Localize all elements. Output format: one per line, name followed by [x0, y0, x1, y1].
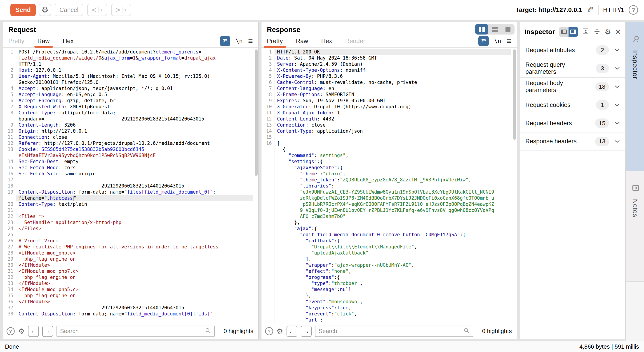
tab-hex[interactable]: Hex [63, 35, 74, 47]
code-line: 30</IfModule> [3, 262, 253, 268]
inspector-section-response-headers[interactable]: Response headers13 [520, 132, 625, 151]
search-next-button[interactable]: → [301, 326, 312, 337]
search-settings-icon[interactable]: ⚙ [276, 327, 283, 336]
code-line: "ajax":{ [262, 226, 511, 232]
send-settings-button[interactable]: ⚙ [39, 4, 51, 16]
close-icon[interactable]: × [615, 27, 621, 36]
status-text: Done [5, 343, 19, 350]
show-newlines-button[interactable]: \n [236, 38, 243, 44]
line-number [262, 177, 274, 183]
inspector-section-request-cookies[interactable]: Request cookies1 [520, 96, 625, 114]
layout-single-button[interactable] [502, 24, 514, 34]
response-scrollbar[interactable] [512, 49, 516, 323]
editor-menu-icon[interactable]: ≡ [506, 36, 511, 46]
search-next-button[interactable]: → [42, 326, 53, 337]
search-help-icon[interactable]: ? [6, 327, 15, 335]
tab-pretty[interactable]: Pretty [267, 35, 283, 47]
send-button[interactable]: Send [10, 4, 36, 16]
back-history-button[interactable]: < ▾ [87, 4, 107, 16]
line-number: 14 [262, 128, 274, 134]
code-line: 26# Vroum! Vroum! [3, 238, 253, 244]
line-number: 15 [3, 165, 16, 171]
line-number [262, 201, 274, 207]
help-icon[interactable]: ? [629, 5, 638, 15]
forward-history-button[interactable]: > ▾ [111, 4, 131, 16]
code-line: 9Expires: Sun, 19 Nov 1978 05:00:00 GMT [262, 98, 511, 104]
code-line: 10Origin: http://127.0.0.1 [3, 128, 253, 134]
response-viewer[interactable]: 1HTTP/1.1 200 OK2Date: Sat, 04 May 2024 … [262, 49, 511, 323]
inspector-section-request-headers[interactable]: Request headers15 [520, 114, 625, 132]
chevron-down-icon[interactable] [614, 85, 620, 88]
code-line: 8Content-Type: multipart/form-data; [3, 110, 253, 116]
code-line: "wrapper":"ajax-wrapper--nUGbUMnY-AQ", [262, 262, 511, 268]
sidebar-tab-inspector[interactable]: Inspector [626, 22, 644, 171]
tab-hex[interactable]: Hex [321, 35, 332, 47]
code-line: "progress":{ [262, 274, 511, 280]
code-line: 9_VQqLf0-JjUEwn8U1ov0EY_rZPBLJ1Yc7KLFsfq… [262, 207, 511, 213]
code-line: "keypress":true, [262, 305, 511, 311]
search-help-icon[interactable]: ? [265, 327, 273, 335]
search-prev-button[interactable]: ← [28, 326, 39, 337]
response-search-input[interactable] [318, 328, 464, 335]
line-number: 13 [3, 147, 16, 153]
notes-tab-icon [631, 184, 640, 192]
response-panel: Response PrettyRawHexRender \n ≡ 1HTTP/1… [261, 22, 517, 339]
line-number [262, 305, 274, 311]
section-label: Request body parameters [525, 80, 595, 94]
code-line: Gecko/20100101 Firefox/125.0 [3, 79, 253, 86]
expand-all-icon[interactable] [582, 28, 589, 36]
chevron-down-icon[interactable] [614, 67, 620, 70]
scrollbar-thumb[interactable] [513, 49, 516, 140]
code-line: 38Content-Disposition: form-data; name="… [3, 311, 253, 317]
line-number [262, 195, 274, 201]
search-prev-button[interactable]: ← [286, 326, 297, 337]
dock-right-button[interactable] [568, 27, 578, 37]
chevron-down-icon[interactable] [614, 140, 620, 143]
code-line: 11Connection: close [3, 134, 253, 140]
dock-left-button[interactable] [559, 27, 568, 37]
http-version-label[interactable]: HTTP/1 [603, 6, 624, 13]
layout-columns-button[interactable] [475, 24, 488, 34]
code-line: 17 [3, 177, 253, 183]
request-search-input[interactable] [60, 328, 205, 335]
word-wrap-icon [222, 37, 228, 45]
tab-raw[interactable]: Raw [38, 35, 50, 47]
section-count-badge: 2 [596, 45, 609, 55]
code-line: 20Content-Type: text/plain [3, 201, 253, 207]
line-number: 8 [262, 92, 274, 98]
cancel-button[interactable]: Cancel [55, 4, 83, 16]
side-tab-strip: Inspector Notes [626, 22, 644, 341]
inspector-section-request-body-parameters[interactable]: Request body parameters18 [520, 77, 625, 96]
line-number [262, 280, 274, 287]
chevron-down-icon[interactable] [614, 122, 620, 125]
search-settings-icon[interactable]: ⚙ [18, 327, 25, 336]
code-line: 13Cookie: SESS05d4275ca1538832b5ab92000b… [3, 147, 253, 153]
inspector-tab-icon [631, 35, 640, 43]
show-newlines-button[interactable]: \n [494, 38, 501, 44]
sidebar-tab-notes[interactable]: Notes [626, 171, 644, 282]
inspector-section-request-query-parameters[interactable]: Request query parameters3 [520, 59, 625, 77]
inspector-section-request-attributes[interactable]: Request attributes2 [520, 41, 625, 59]
line-number: 29 [3, 256, 16, 262]
chevron-down-icon[interactable] [614, 48, 620, 52]
inspector-title: Inspector [524, 28, 555, 36]
response-metrics: 4,866 bytes | 591 millis [579, 343, 639, 350]
word-wrap-button[interactable] [478, 36, 489, 46]
response-highlights-count: 0 highlights [482, 328, 513, 335]
request-scrollbar[interactable] [254, 49, 258, 323]
code-line: 6Cache-Control: must-revalidate, no-cach… [262, 79, 511, 86]
edit-target-pencil-icon[interactable]: ✎ [587, 5, 594, 15]
inspector-settings-icon[interactable]: ⚙ [605, 27, 611, 36]
editor-menu-icon[interactable]: ≡ [248, 36, 253, 46]
line-number [262, 232, 274, 238]
scrollbar-thumb[interactable] [255, 49, 258, 176]
code-line: 4X-Content-Type-Options: nosniff [262, 67, 511, 73]
line-number: 16 [262, 140, 274, 147]
layout-rows-button[interactable] [488, 24, 502, 34]
word-wrap-button[interactable] [220, 36, 230, 46]
chevron-down-icon[interactable] [614, 103, 620, 107]
collapse-all-icon[interactable] [594, 28, 600, 36]
tab-raw[interactable]: Raw [296, 35, 308, 47]
code-line: 15Sec-Fetch-Mode: cors [3, 165, 253, 171]
request-editor[interactable]: 1POST /Projects/drupal-10.2.6/media/add/… [3, 49, 253, 323]
